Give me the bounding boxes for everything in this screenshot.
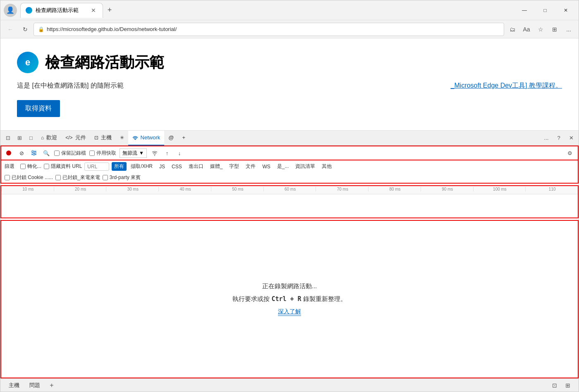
- hide-data-url-label[interactable]: 隱藏資料 URL: [44, 163, 82, 170]
- tab-console-label: 主機: [101, 134, 112, 141]
- blocked-requests-checkbox[interactable]: [55, 175, 61, 180]
- export-btn[interactable]: ↓: [175, 148, 184, 158]
- tab-welcome-label: 歡迎: [46, 134, 57, 141]
- nav-bar: ← ↻ 🔒 https://microsoftedge.github.io/De…: [0, 20, 579, 38]
- tab-network-label: Network: [141, 134, 160, 141]
- devtools-help-btn[interactable]: ?: [553, 132, 565, 144]
- devtools-close-btn[interactable]: ✕: [565, 132, 577, 144]
- maximize-btn[interactable]: □: [536, 4, 555, 17]
- filter-media[interactable]: 媒體_: [208, 162, 225, 171]
- disable-cache-text: 停用快取: [96, 150, 116, 157]
- collections-icon[interactable]: 🗂: [506, 23, 519, 36]
- devtools-content: ⊘ 🔍 保留記錄檔: [0, 146, 579, 378]
- filter-manifest[interactable]: 資訊清單: [293, 162, 318, 171]
- blocked-cookie-checkbox[interactable]: [5, 175, 10, 180]
- tab-close-btn[interactable]: ✕: [89, 6, 98, 14]
- disable-cache-label[interactable]: 停用快取: [89, 150, 116, 157]
- devtools-dock-btn2[interactable]: ⊞: [14, 132, 25, 144]
- third-party-checkbox[interactable]: [103, 175, 108, 180]
- read-aloud-icon[interactable]: Aa: [520, 23, 533, 36]
- tab-welcome[interactable]: ⌂ 歡迎: [37, 131, 61, 146]
- subtitle-link[interactable]: _Microsoft Edge Dev工具] 教學課程。: [451, 82, 562, 89]
- active-tab[interactable]: 檢查網路活動示範 ✕: [20, 3, 103, 18]
- blocked-requests-label[interactable]: 已封鎖_來電來電: [55, 174, 100, 181]
- refresh-btn[interactable]: ↻: [19, 23, 32, 36]
- filter-toggle-btn[interactable]: [29, 148, 38, 158]
- search-btn[interactable]: 🔍: [42, 148, 51, 158]
- status-area: 正在錄製網路活動... 執行要求或按 Ctrl + R 錄製重新整理。 深入了解: [0, 220, 579, 378]
- throttle-select[interactable]: 無節流 ▼: [120, 148, 147, 158]
- third-party-label[interactable]: 3rd-party 來賓: [103, 174, 141, 181]
- tick-90: 90 ms: [421, 187, 473, 191]
- page-title: 檢查網路活動示範: [45, 53, 164, 73]
- filter-doc[interactable]: 文件: [243, 162, 258, 171]
- clear-btn[interactable]: ⊘: [17, 148, 26, 158]
- tick-20: 20 ms: [54, 187, 106, 191]
- tab-elements[interactable]: </> 元件: [61, 131, 90, 146]
- preserve-log-checkbox[interactable]: [54, 151, 60, 156]
- minimize-btn[interactable]: —: [515, 4, 534, 17]
- filter-font[interactable]: 字型: [227, 162, 242, 171]
- record-btn[interactable]: [5, 148, 14, 158]
- filter-all[interactable]: 所有: [112, 162, 127, 171]
- filter-ws[interactable]: WS: [260, 163, 273, 170]
- filter-wasm[interactable]: 是_...: [275, 162, 292, 171]
- status-suffix: 錄製重新整理。: [301, 295, 347, 302]
- tab-at[interactable]: @: [164, 131, 178, 146]
- preserve-log-label[interactable]: 保留記錄檔: [54, 150, 86, 157]
- filter-other[interactable]: 其他: [319, 162, 334, 171]
- tab-sources[interactable]: ✳: [116, 131, 128, 146]
- hide-data-url-checkbox[interactable]: [44, 164, 49, 169]
- bottom-icons: ⊡ ⊞: [549, 380, 574, 391]
- tick-80: 80 ms: [368, 187, 421, 191]
- bottom-icon-1[interactable]: ⊡: [549, 380, 560, 391]
- sidebar-icon[interactable]: ⊞: [548, 23, 561, 36]
- new-tab-btn[interactable]: +: [103, 4, 116, 17]
- sources-icon: ✳: [120, 135, 124, 141]
- filter-css[interactable]: CSS: [169, 163, 184, 170]
- filter-xhr[interactable]: 擷取/XHR: [128, 162, 155, 171]
- blocked-cookie-label[interactable]: 已封鎖 Cookie ......: [5, 174, 53, 181]
- devtools-tabs: ⊡ ⊞ □ ⌂ 歡迎 </> 元件 ⊡ 主機 ✳: [0, 131, 579, 146]
- record-dot: [6, 151, 11, 155]
- devtools-dock-btn1[interactable]: ⊡: [2, 132, 14, 144]
- timeline-area: 10 ms 20 ms 30 ms 40 ms 50 ms 60 ms 70 m…: [0, 185, 579, 218]
- third-party-text: 3rd-party 來賓: [110, 174, 141, 181]
- bottom-icon-2[interactable]: ⊞: [562, 380, 574, 391]
- tab-network[interactable]: Network: [128, 131, 165, 146]
- subtitle-right: _Microsoft Edge Dev工具] 教學課程。: [451, 81, 562, 90]
- transform-checkbox[interactable]: [20, 164, 26, 169]
- network-settings-btn[interactable]: ⚙: [565, 148, 574, 158]
- bottom-add-tab[interactable]: +: [47, 380, 57, 390]
- import-btn[interactable]: ↑: [163, 148, 172, 158]
- wifi-icon[interactable]: [150, 148, 159, 158]
- learn-more-link[interactable]: 深入了解: [278, 308, 301, 316]
- transform-label[interactable]: 轉化...: [20, 163, 41, 170]
- bottom-tab-issues[interactable]: 問題: [26, 381, 43, 390]
- url-filter-input[interactable]: [84, 163, 109, 171]
- svg-point-7: [154, 155, 155, 156]
- title-bar: 👤 檢查網路活動示範 ✕ + — □ ✕: [0, 0, 579, 20]
- transform-text: 轉化...: [27, 163, 41, 170]
- bottom-tab-console[interactable]: 主機: [5, 381, 23, 390]
- more-btn[interactable]: ...: [562, 23, 575, 36]
- devtools-dock-btn3[interactable]: □: [25, 132, 37, 144]
- filter-import[interactable]: 進出口: [186, 162, 206, 171]
- close-btn[interactable]: ✕: [556, 4, 575, 17]
- tick-50: 50 ms: [211, 187, 263, 191]
- tick-110: 110: [525, 187, 578, 191]
- address-bar[interactable]: 🔒 https://microsoftedge.github.io/Demos/…: [33, 23, 504, 36]
- disable-cache-checkbox[interactable]: [89, 151, 95, 156]
- back-btn[interactable]: ←: [4, 23, 17, 36]
- filter-row2: 已封鎖 Cookie ...... 已封鎖_來電來電 3rd-party 來賓: [0, 172, 579, 184]
- favorites-icon[interactable]: ☆: [534, 23, 547, 36]
- devtools-more-btn[interactable]: ...: [541, 132, 552, 144]
- page-content: e 檢查網路活動示範 這是 [在中檢查網路活動] 的隨附示範 _Microsof…: [0, 38, 579, 131]
- filter-js[interactable]: JS: [157, 163, 167, 170]
- tab-console[interactable]: ⊡ 主機: [90, 131, 116, 146]
- profile-icon[interactable]: 👤: [4, 4, 17, 17]
- devtools-end-btns: ... ? ✕: [541, 132, 577, 144]
- tick-10: 10 ms: [1, 187, 54, 191]
- tab-add[interactable]: +: [178, 131, 190, 146]
- get-data-button[interactable]: 取得資料: [17, 100, 60, 117]
